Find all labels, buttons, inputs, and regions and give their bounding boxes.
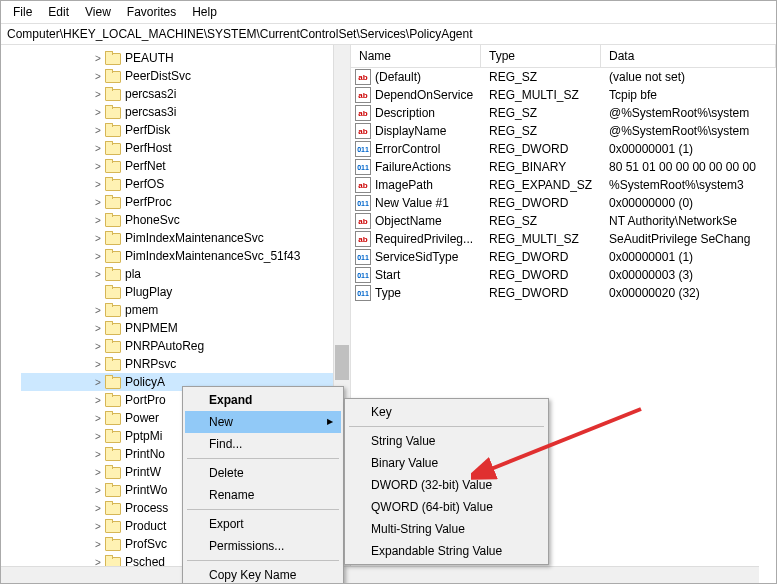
expand-icon[interactable]: >: [91, 395, 105, 406]
menu-item-string-value[interactable]: String Value: [347, 430, 546, 452]
expand-icon[interactable]: >: [91, 341, 105, 352]
expand-icon[interactable]: >: [91, 449, 105, 460]
expand-icon[interactable]: >: [91, 143, 105, 154]
list-item[interactable]: 011StartREG_DWORD0x00000003 (3): [351, 266, 776, 284]
menu-help[interactable]: Help: [184, 3, 225, 21]
folder-icon: [105, 267, 121, 281]
value-type: REG_DWORD: [481, 268, 601, 282]
tree-item[interactable]: >PeerDistSvc: [21, 67, 350, 85]
string-value-icon: ab: [355, 87, 371, 103]
menu-item-copy-key-name[interactable]: Copy Key Name: [185, 564, 341, 584]
menu-item-dword-32-bit-value[interactable]: DWORD (32-bit) Value: [347, 474, 546, 496]
expand-icon[interactable]: >: [91, 161, 105, 172]
list-item[interactable]: 011TypeREG_DWORD0x00000020 (32): [351, 284, 776, 302]
expand-icon[interactable]: >: [91, 179, 105, 190]
context-submenu-new[interactable]: KeyString ValueBinary ValueDWORD (32-bit…: [344, 398, 549, 565]
tree-item[interactable]: >percsas3i: [21, 103, 350, 121]
address-bar[interactable]: Computer\HKEY_LOCAL_MACHINE\SYSTEM\Curre…: [1, 24, 776, 45]
tree-item[interactable]: >PerfHost: [21, 139, 350, 157]
menu-item-multi-string-value[interactable]: Multi-String Value: [347, 518, 546, 540]
list-item[interactable]: 011ServiceSidTypeREG_DWORD0x00000001 (1): [351, 248, 776, 266]
tree-item[interactable]: >PNRPAutoReg: [21, 337, 350, 355]
expand-icon[interactable]: >: [91, 233, 105, 244]
expand-icon[interactable]: >: [91, 503, 105, 514]
tree-item-label: PerfProc: [125, 195, 172, 209]
expand-icon[interactable]: >: [91, 251, 105, 262]
expand-icon[interactable]: >: [91, 71, 105, 82]
tree-item-label: PNRPsvc: [125, 357, 176, 371]
list-item[interactable]: 011ErrorControlREG_DWORD0x00000001 (1): [351, 140, 776, 158]
list-item[interactable]: ab(Default)REG_SZ(value not set): [351, 68, 776, 86]
folder-icon: [105, 393, 121, 407]
expand-icon[interactable]: >: [91, 377, 105, 388]
tree-item[interactable]: >pmem: [21, 301, 350, 319]
menu-item-expandable-string-value[interactable]: Expandable String Value: [347, 540, 546, 562]
menu-item-key[interactable]: Key: [347, 401, 546, 423]
expand-icon[interactable]: >: [91, 89, 105, 100]
tree-item[interactable]: >PerfOS: [21, 175, 350, 193]
tree-item[interactable]: >PNPMEM: [21, 319, 350, 337]
list-item[interactable]: abObjectNameREG_SZNT Authority\NetworkSe: [351, 212, 776, 230]
list-item[interactable]: 011New Value #1REG_DWORD0x00000000 (0): [351, 194, 776, 212]
menu-edit[interactable]: Edit: [40, 3, 77, 21]
expand-icon[interactable]: >: [91, 323, 105, 334]
expand-icon[interactable]: >: [91, 467, 105, 478]
menu-item-expand[interactable]: Expand: [185, 389, 341, 411]
list-item[interactable]: abDisplayNameREG_SZ@%SystemRoot%\system: [351, 122, 776, 140]
expand-icon[interactable]: >: [91, 413, 105, 424]
expand-icon[interactable]: >: [91, 359, 105, 370]
folder-icon: [105, 285, 121, 299]
expand-icon[interactable]: >: [91, 125, 105, 136]
menu-file[interactable]: File: [5, 3, 40, 21]
expand-icon[interactable]: >: [91, 269, 105, 280]
tree-item[interactable]: >PhoneSvc: [21, 211, 350, 229]
tree-item[interactable]: PlugPlay: [21, 283, 350, 301]
menu-item-find[interactable]: Find...: [185, 433, 341, 455]
tree-item-label: PortPro: [125, 393, 166, 407]
col-type[interactable]: Type: [481, 45, 601, 67]
folder-icon: [105, 303, 121, 317]
list-item[interactable]: abDependOnServiceREG_MULTI_SZTcpip bfe: [351, 86, 776, 104]
list-item[interactable]: 011FailureActionsREG_BINARY80 51 01 00 0…: [351, 158, 776, 176]
tree-item[interactable]: >PerfDisk: [21, 121, 350, 139]
col-name[interactable]: Name: [351, 45, 481, 67]
menu-item-qword-64-bit-value[interactable]: QWORD (64-bit) Value: [347, 496, 546, 518]
tree-item[interactable]: >pla: [21, 265, 350, 283]
tree-item-label: PrintW: [125, 465, 161, 479]
list-scrollbar-horizontal[interactable]: [351, 566, 759, 583]
menu-item-rename[interactable]: Rename: [185, 484, 341, 506]
expand-icon[interactable]: >: [91, 53, 105, 64]
menu-separator: [187, 458, 339, 459]
folder-icon: [105, 213, 121, 227]
tree-item[interactable]: >PNRPsvc: [21, 355, 350, 373]
value-type: REG_DWORD: [481, 196, 601, 210]
expand-icon[interactable]: >: [91, 197, 105, 208]
expand-icon[interactable]: >: [91, 431, 105, 442]
expand-icon[interactable]: >: [91, 521, 105, 532]
tree-item[interactable]: >PerfNet: [21, 157, 350, 175]
menu-view[interactable]: View: [77, 3, 119, 21]
tree-item[interactable]: >percsas2i: [21, 85, 350, 103]
menu-item-delete[interactable]: Delete: [185, 462, 341, 484]
col-data[interactable]: Data: [601, 45, 776, 67]
menu-item-permissions[interactable]: Permissions...: [185, 535, 341, 557]
tree-item[interactable]: >PimIndexMaintenanceSvc: [21, 229, 350, 247]
list-item[interactable]: abImagePathREG_EXPAND_SZ%SystemRoot%\sys…: [351, 176, 776, 194]
tree-item[interactable]: >PEAUTH: [21, 49, 350, 67]
list-item[interactable]: abRequiredPrivileg...REG_MULTI_SZSeAudit…: [351, 230, 776, 248]
list-item[interactable]: abDescriptionREG_SZ@%SystemRoot%\system: [351, 104, 776, 122]
tree-item[interactable]: >PimIndexMaintenanceSvc_51f43: [21, 247, 350, 265]
expand-icon[interactable]: >: [91, 305, 105, 316]
expand-icon[interactable]: >: [91, 215, 105, 226]
menu-favorites[interactable]: Favorites: [119, 3, 184, 21]
expand-icon[interactable]: >: [91, 485, 105, 496]
menu-item-new[interactable]: New: [185, 411, 341, 433]
expand-icon[interactable]: >: [91, 539, 105, 550]
tree-item[interactable]: >PerfProc: [21, 193, 350, 211]
menu-item-binary-value[interactable]: Binary Value: [347, 452, 546, 474]
context-menu[interactable]: ExpandNewFind...DeleteRenameExportPermis…: [182, 386, 344, 584]
scrollbar-thumb[interactable]: [335, 345, 349, 380]
expand-icon[interactable]: >: [91, 107, 105, 118]
menu-item-export[interactable]: Export: [185, 513, 341, 535]
value-name: DisplayName: [375, 124, 446, 138]
